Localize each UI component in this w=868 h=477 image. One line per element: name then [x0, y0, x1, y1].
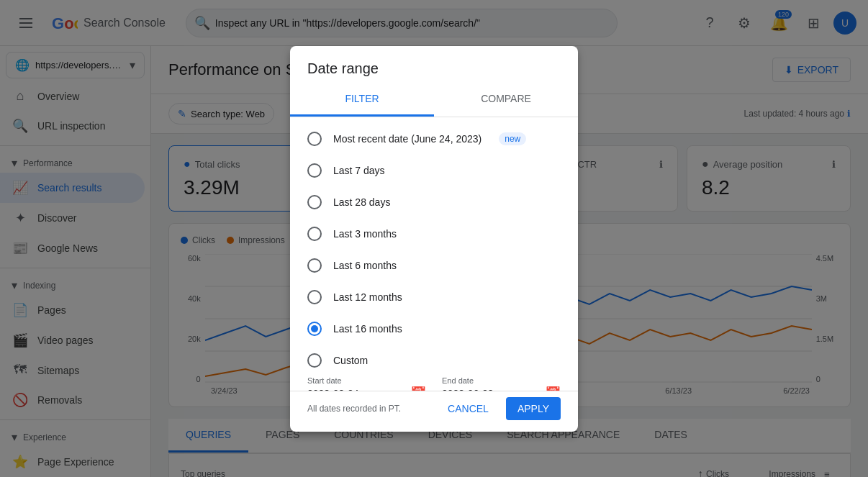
radio-option-6-months[interactable]: Last 6 months	[290, 250, 578, 281]
footer-note: All dates recorded in PT.	[307, 404, 401, 414]
date-range-dialog: Date range FILTER COMPARE Most recent da…	[290, 46, 578, 432]
radio-badge-new: new	[499, 132, 526, 145]
end-date-wrap: End date 📅	[442, 382, 561, 391]
radio-circle-3-months	[307, 227, 322, 241]
dialog-tabs: FILTER COMPARE	[290, 83, 578, 117]
radio-label-3-months: Last 3 months	[333, 228, 397, 240]
apply-button[interactable]: APPLY	[506, 397, 561, 420]
start-date-label: Start date	[307, 376, 342, 385]
radio-label-custom: Custom	[333, 355, 368, 366]
radio-circle-28-days	[307, 195, 322, 209]
radio-label-16-months: Last 16 months	[333, 323, 402, 335]
radio-circle-custom	[307, 353, 322, 368]
radio-circle-most-recent	[307, 132, 322, 146]
radio-option-12-months[interactable]: Last 12 months	[290, 281, 578, 313]
radio-label-6-months: Last 6 months	[333, 260, 397, 271]
radio-circle-12-months	[307, 290, 322, 304]
radio-label-12-months: Last 12 months	[333, 291, 402, 303]
radio-circle-16-months	[307, 322, 322, 336]
radio-option-custom[interactable]: Custom	[290, 345, 578, 376]
radio-label-7-days: Last 7 days	[333, 165, 385, 176]
cancel-button[interactable]: CANCEL	[436, 397, 500, 420]
end-calendar-icon[interactable]: 📅	[545, 386, 561, 391]
dialog-tab-filter[interactable]: FILTER	[290, 83, 434, 117]
radio-option-28-days[interactable]: Last 28 days	[290, 186, 578, 218]
dialog-tab-compare[interactable]: COMPARE	[434, 83, 578, 117]
radio-option-most-recent[interactable]: Most recent date (June 24, 2023) new	[290, 123, 578, 155]
dialog-title: Date range	[290, 46, 578, 83]
dialog-body: Most recent date (June 24, 2023) new Las…	[290, 117, 578, 391]
radio-label-most-recent: Most recent date (June 24, 2023)	[333, 133, 482, 145]
dialog-footer-buttons: CANCEL APPLY	[436, 397, 561, 420]
start-calendar-icon[interactable]: 📅	[410, 386, 426, 391]
date-inputs: Start date 📅 - End date 📅	[290, 376, 578, 391]
radio-option-16-months[interactable]: Last 16 months	[290, 313, 578, 345]
dialog-footer: All dates recorded in PT. CANCEL APPLY	[290, 391, 578, 432]
radio-circle-6-months	[307, 258, 322, 273]
dialog-overlay[interactable]: Date range FILTER COMPARE Most recent da…	[0, 0, 868, 477]
radio-option-3-months[interactable]: Last 3 months	[290, 218, 578, 250]
radio-label-28-days: Last 28 days	[333, 196, 390, 208]
radio-circle-7-days	[307, 163, 322, 178]
end-date-label: End date	[442, 376, 474, 385]
radio-option-7-days[interactable]: Last 7 days	[290, 155, 578, 186]
date-separator: -	[432, 389, 436, 391]
start-date-wrap: Start date 📅	[307, 382, 426, 391]
